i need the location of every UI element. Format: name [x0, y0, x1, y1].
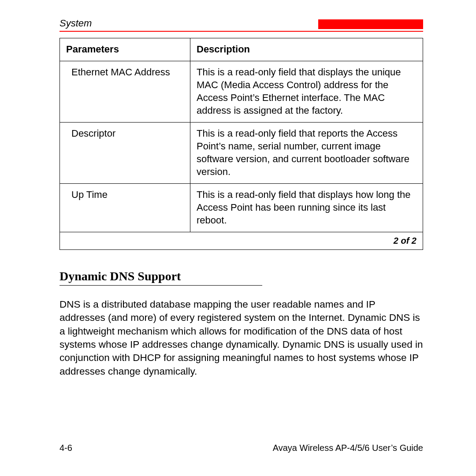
param-desc: This is a read-only field that displays …	[190, 184, 423, 232]
table-row: Up Time This is a read-only field that d…	[60, 184, 423, 232]
section-label: System	[60, 18, 92, 29]
param-name: Descriptor	[60, 123, 190, 184]
param-desc: This is a read-only field that reports t…	[190, 123, 423, 184]
page-header: System	[60, 18, 423, 29]
param-name: Ethernet MAC Address	[60, 61, 190, 123]
header-rule	[60, 31, 423, 32]
doc-title: Avaya Wireless AP-4/5/6 User’s Guide	[273, 443, 423, 453]
page-footer: 4-6 Avaya Wireless AP-4/5/6 User’s Guide	[60, 443, 423, 453]
page: System Parameters Description Ethernet M…	[0, 0, 476, 476]
table-pager: 2 of 2	[60, 232, 423, 249]
col-header-parameters: Parameters	[60, 38, 190, 61]
col-header-description: Description	[190, 38, 423, 61]
parameters-table: Parameters Description Ethernet MAC Addr…	[60, 38, 423, 250]
param-desc: This is a read-only field that displays …	[190, 61, 423, 123]
table-pager-row: 2 of 2	[60, 232, 423, 249]
page-number: 4-6	[60, 443, 72, 453]
table-row: Descriptor This is a read-only field tha…	[60, 123, 423, 184]
table-row: Ethernet MAC Address This is a read-only…	[60, 61, 423, 123]
brand-color-bar	[318, 19, 423, 29]
section-body: DNS is a distributed database mapping th…	[60, 298, 423, 378]
table-header-row: Parameters Description	[60, 38, 423, 61]
param-name: Up Time	[60, 184, 190, 232]
section-heading: Dynamic DNS Support	[60, 269, 262, 286]
